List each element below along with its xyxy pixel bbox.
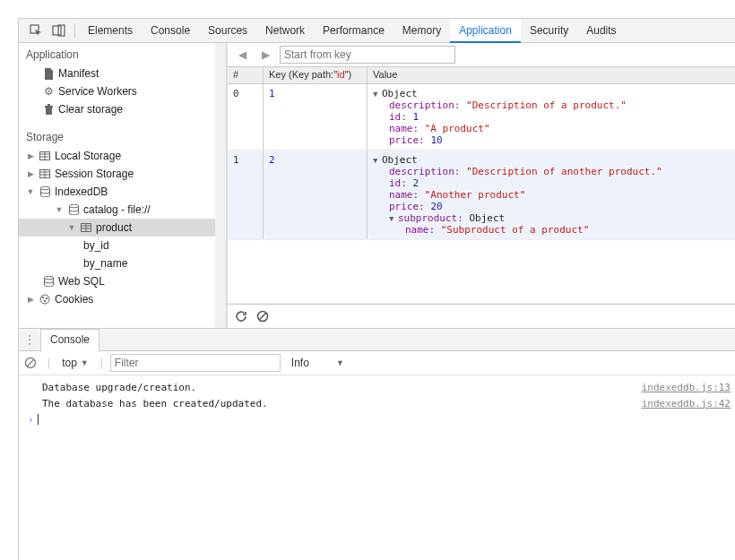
device-icon[interactable] xyxy=(48,19,71,42)
database-icon xyxy=(67,203,80,216)
tab-memory[interactable]: Memory xyxy=(393,19,450,43)
scrollbar[interactable] xyxy=(215,43,226,328)
svg-rect-1 xyxy=(53,26,61,35)
prompt-icon: › xyxy=(24,414,34,426)
devtools-tabs: Elements Console Sources Network Perform… xyxy=(19,19,735,43)
drawer-handle-icon[interactable]: ⋮ xyxy=(19,333,40,346)
refresh-icon[interactable] xyxy=(235,310,247,323)
row-value: ▼Object description: "Description of ano… xyxy=(368,151,735,239)
collapse-icon[interactable]: ▼ xyxy=(389,214,398,223)
grid-footer xyxy=(228,304,735,328)
row-key: 2 xyxy=(264,151,368,239)
application-sidebar: Application Manifest ⚙ Service Workers C… xyxy=(19,43,227,328)
tab-performance[interactable]: Performance xyxy=(314,19,393,43)
row-value: ▼Object description: "Description of a p… xyxy=(368,84,735,150)
sidebar-item-indexeddb[interactable]: ▼ IndexedDB xyxy=(19,183,215,201)
cursor xyxy=(38,414,39,425)
clear-console-icon[interactable] xyxy=(24,357,40,369)
row-index: 0 xyxy=(228,84,264,150)
collapse-icon[interactable]: ▼ xyxy=(373,156,382,165)
tab-sources[interactable]: Sources xyxy=(199,19,256,43)
section-application: Application xyxy=(19,43,215,65)
sidebar-item-cookies[interactable]: ▶ Cookies xyxy=(19,290,215,308)
tab-network[interactable]: Network xyxy=(256,19,314,43)
svg-point-24 xyxy=(44,300,46,302)
tab-security[interactable]: Security xyxy=(521,19,577,43)
sidebar-item-service-workers[interactable]: ⚙ Service Workers xyxy=(19,82,215,100)
table-icon xyxy=(39,168,51,180)
svg-point-23 xyxy=(46,297,48,299)
collapse-icon[interactable]: ▼ xyxy=(26,187,35,196)
chevron-down-icon: ▼ xyxy=(81,358,89,367)
sidebar-item-by-id[interactable]: by_id xyxy=(19,237,215,254)
table-row[interactable]: 1 2 ▼Object description: "Description of… xyxy=(228,151,735,240)
database-icon xyxy=(39,185,51,198)
collapse-icon[interactable]: ▼ xyxy=(55,205,64,214)
row-key: 1 xyxy=(264,84,368,150)
svg-point-15 xyxy=(69,204,78,208)
sidebar-item-manifest[interactable]: Manifest xyxy=(19,65,215,82)
clear-icon[interactable] xyxy=(256,310,269,323)
console-prompt[interactable]: › xyxy=(24,411,735,427)
svg-point-14 xyxy=(40,186,49,190)
tab-application[interactable]: Application xyxy=(450,19,521,43)
object-store-pane: ◀ ▶ # Key (Key path:"id") Value ▲▼ 0 1 xyxy=(227,43,735,328)
col-value[interactable]: Value ▲▼ xyxy=(368,67,735,83)
sidebar-item-catalog[interactable]: ▼ catalog - file:// xyxy=(19,201,215,219)
sidebar-item-product[interactable]: ▼ product xyxy=(19,219,215,237)
expand-icon[interactable]: ▶ xyxy=(26,151,35,160)
console-filter-input[interactable] xyxy=(110,354,281,372)
log-source-link[interactable]: indexeddb.js:13 xyxy=(642,382,735,393)
collapse-icon[interactable]: ▼ xyxy=(373,90,382,99)
log-level-selector[interactable]: Info ▼ xyxy=(288,357,348,369)
svg-line-28 xyxy=(27,359,34,366)
table-row[interactable]: 0 1 ▼Object description: "Description of… xyxy=(228,84,735,151)
sidebar-item-clear-storage[interactable]: Clear storage xyxy=(19,100,215,118)
sidebar-item-web-sql[interactable]: Web SQL xyxy=(19,272,215,290)
console-log-area: Database upgrade/creation. indexeddb.js:… xyxy=(19,375,735,560)
prev-page-icon[interactable]: ◀ xyxy=(233,46,251,64)
tab-elements[interactable]: Elements xyxy=(79,19,142,43)
collapse-icon[interactable]: ▼ xyxy=(67,223,76,232)
cookie-icon xyxy=(39,293,51,306)
log-entry[interactable]: The database has been created/updated. i… xyxy=(24,395,735,411)
svg-point-21 xyxy=(40,295,49,304)
drawer-tab-console[interactable]: Console xyxy=(40,329,99,352)
file-icon xyxy=(42,67,55,80)
col-key[interactable]: Key (Key path:"id") xyxy=(264,67,368,83)
inspect-icon[interactable] xyxy=(24,19,48,42)
console-drawer-head: ⋮ Console ✕ xyxy=(19,328,735,351)
database-icon xyxy=(42,275,55,288)
trash-icon xyxy=(42,103,55,116)
table-icon xyxy=(80,221,92,234)
svg-rect-4 xyxy=(46,108,52,115)
kebab-icon[interactable]: ⋮ xyxy=(727,22,735,39)
col-index[interactable]: # xyxy=(228,67,264,83)
row-index: 1 xyxy=(228,151,264,239)
close-icon[interactable]: ✕ xyxy=(727,332,735,347)
start-key-input[interactable] xyxy=(280,46,455,64)
sidebar-item-by-name[interactable]: by_name xyxy=(19,254,215,272)
svg-point-22 xyxy=(42,297,44,298)
tab-audits[interactable]: Audits xyxy=(577,19,625,43)
data-grid: # Key (Key path:"id") Value ▲▼ 0 1 ▼Obje… xyxy=(228,67,735,328)
sidebar-item-session-storage[interactable]: ▶ Session Storage xyxy=(19,165,215,183)
log-entry[interactable]: Database upgrade/creation. indexeddb.js:… xyxy=(24,379,735,395)
svg-rect-3 xyxy=(45,106,53,108)
grid-header: # Key (Key path:"id") Value ▲▼ xyxy=(228,67,735,84)
expand-icon[interactable]: ▶ xyxy=(26,295,35,304)
svg-rect-5 xyxy=(48,104,50,106)
context-selector[interactable]: top ▼ xyxy=(57,356,93,370)
sidebar-item-local-storage[interactable]: ▶ Local Storage xyxy=(19,147,215,165)
console-toolbar: | top ▼ | Info ▼ ⚙ xyxy=(19,351,735,375)
expand-icon[interactable]: ▶ xyxy=(26,169,35,178)
separator xyxy=(74,23,75,38)
tab-console[interactable]: Console xyxy=(142,19,199,43)
gear-icon: ⚙ xyxy=(42,85,55,98)
svg-point-20 xyxy=(44,276,53,280)
svg-line-26 xyxy=(259,313,266,320)
chevron-down-icon: ▼ xyxy=(336,358,344,367)
next-page-icon[interactable]: ▶ xyxy=(256,46,274,64)
log-source-link[interactable]: indexeddb.js:42 xyxy=(642,398,735,409)
object-store-toolbar: ◀ ▶ xyxy=(228,43,735,67)
